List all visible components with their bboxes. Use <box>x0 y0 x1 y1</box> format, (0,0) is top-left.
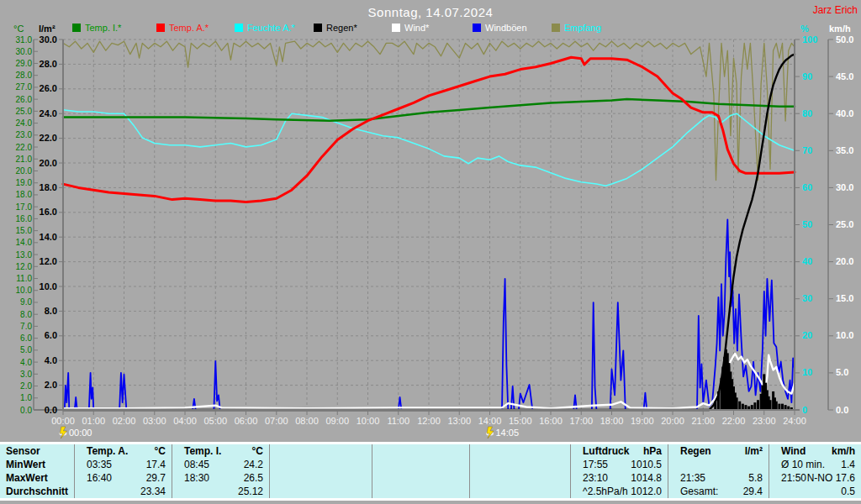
temp-c-label: 10.0 <box>16 286 33 295</box>
stats-grid: SensorTemp. A.°CTemp. I.°CLuftdruckhPaRe… <box>0 444 861 498</box>
stat-time: Luftdruck <box>571 445 629 457</box>
x-tick-label: 21:00 <box>691 416 715 426</box>
wind-kmh-label: 25.0 <box>836 219 853 229</box>
stat-time: Temp. I. <box>172 445 221 457</box>
axis-unit-humidity: % <box>800 24 809 34</box>
humidity-pct-label: 0 <box>802 405 807 415</box>
weather-chart[interactable]: 0.01.02.03.04.05.06.07.08.09.010.011.012… <box>0 0 861 440</box>
x-tick-label: 17:00 <box>569 416 593 426</box>
legend-item-temp--i--[interactable]: Temp. I.* <box>72 23 121 33</box>
temp-c-label: 22.0 <box>16 143 33 152</box>
rain-lm2-label: 6.0 <box>45 330 57 340</box>
humidity-pct-label: 40 <box>802 256 812 266</box>
x-tick-label: 23:00 <box>753 416 776 426</box>
wind-kmh-label: 10.0 <box>836 330 853 340</box>
chart-legend: °Cl/m²%km/hTemp. I.*Temp. A.*Feuchte A.*… <box>0 23 861 36</box>
rain-bar <box>738 402 741 410</box>
x-tick-label: 13:00 <box>447 416 471 426</box>
legend-item-temp--a--[interactable]: Temp. A.* <box>156 23 209 33</box>
col-header-empty <box>269 444 372 458</box>
rain-bar <box>757 400 759 410</box>
col-header-Temp. A.: Temp. A.°C <box>74 444 172 458</box>
col-header-empty <box>469 444 570 458</box>
temp-c-label: 12.0 <box>16 262 33 271</box>
rain-lm2-label: 10.0 <box>40 281 57 291</box>
stat-value: km/h <box>806 445 861 457</box>
legend-swatch-icon <box>72 24 81 32</box>
stat-value: hPa <box>629 445 668 457</box>
rain-bar <box>736 397 738 410</box>
stat-value: 0.5 <box>781 486 861 497</box>
wind-kmh-label: 30.0 <box>836 182 853 192</box>
legend-item-regen-[interactable]: Regen* <box>314 23 357 33</box>
stat-value: N-NO 17.6 <box>806 472 861 484</box>
rain-lm2-label: 18.0 <box>40 182 57 192</box>
x-tick-label: 11:00 <box>387 416 409 426</box>
stat-cell: 23:101014.8 <box>570 471 668 485</box>
x-tick-label: 08:00 <box>295 416 319 426</box>
legend-item-wind-[interactable]: Wind* <box>392 23 429 33</box>
wind-kmh-label: 15.0 <box>836 293 853 303</box>
wind-kmh-label: 40.0 <box>836 108 853 118</box>
temp-c-label: 31.0 <box>16 35 33 45</box>
x-tick-label: 06:00 <box>235 416 258 426</box>
temp-c-label: 27.0 <box>16 82 33 92</box>
rain-bar <box>781 404 784 410</box>
temp-c-label: 26.0 <box>16 95 33 104</box>
stat-time: Wind <box>769 445 806 457</box>
temp-c-label: 28.0 <box>16 71 33 80</box>
stat-cell: 03:3517.4 <box>74 458 172 471</box>
stat-value: 1012.0 <box>628 486 668 497</box>
stat-cell: Gesamt:29.4 <box>668 485 769 498</box>
stat-value: 1010.5 <box>608 459 668 470</box>
stat-time: 17:55 <box>571 459 608 470</box>
legend-item-empfang[interactable]: Empfang <box>552 23 601 33</box>
temp-c-label: 8.0 <box>20 310 32 319</box>
stat-cell: 18:3026.5 <box>172 471 269 485</box>
stat-cell <box>469 471 570 485</box>
wind-kmh-label: 45.0 <box>836 71 853 81</box>
rain-bar <box>775 402 778 410</box>
humidity-pct-label: 30 <box>802 293 812 303</box>
legend-item-windb-en[interactable]: Windböen <box>473 23 527 33</box>
rain-lm2-label: 20.0 <box>40 158 57 168</box>
stat-time: Ø 10 min. <box>769 459 825 470</box>
stat-cell <box>668 458 769 471</box>
wind-kmh-label: 0.0 <box>836 405 848 415</box>
temp-c-label: 20.0 <box>16 166 33 176</box>
stat-time: 18:30 <box>172 472 209 484</box>
temp-c-label: 23.0 <box>16 130 33 139</box>
humidity-pct-label: 20 <box>802 330 812 340</box>
stat-cell: ^2.5hPa/h1012.0 <box>570 485 668 498</box>
stat-value: 23.34 <box>87 486 172 497</box>
legend-swatch-icon <box>392 24 400 32</box>
legend-item-feuchte-a--[interactable]: Feuchte A.* <box>235 23 295 33</box>
rain-lm2-label: 26.0 <box>40 83 57 93</box>
row-header-sensor: Sensor <box>0 444 74 458</box>
axis-unit-temp: °C <box>13 24 24 34</box>
rain-lm2-label: 2.0 <box>45 380 57 390</box>
col-header-Luftdruck: LuftdruckhPa <box>570 444 668 458</box>
wind-kmh-label: 35.0 <box>836 145 853 155</box>
stat-value: l/m² <box>711 445 769 457</box>
temp-c-label: 19.0 <box>16 178 33 187</box>
temp-c-label: 24.0 <box>16 118 33 128</box>
author-signature: Jarz Erich <box>813 4 858 16</box>
x-tick-label: 07:00 <box>265 416 288 426</box>
stat-cell: 08:4524.2 <box>172 458 269 471</box>
x-tick-label: 10:00 <box>357 416 380 426</box>
stat-cell <box>372 471 469 485</box>
x-tick-label: 12:00 <box>417 416 441 426</box>
x-tick-label: 19:00 <box>631 416 654 426</box>
series-temp--a-- <box>63 57 795 202</box>
stat-value: 24.2 <box>209 459 269 470</box>
marker-time-label: 00:00 <box>69 428 92 438</box>
temp-c-label: 21.0 <box>16 155 33 164</box>
stat-cell: 21:355.8 <box>668 471 769 485</box>
legend-swatch-icon <box>156 24 165 32</box>
stat-value: 1014.8 <box>608 472 668 484</box>
temp-c-label: 9.0 <box>20 297 32 307</box>
temp-c-label: 1.0 <box>20 393 32 402</box>
stat-value: 17.4 <box>112 459 172 470</box>
stat-cell: 16:4029.7 <box>74 471 172 485</box>
